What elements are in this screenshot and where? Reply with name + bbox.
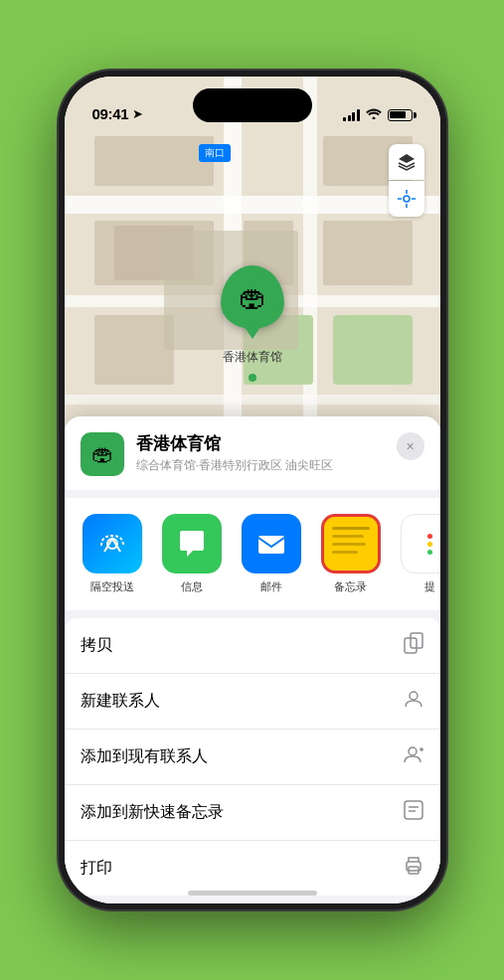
- venue-logo-emoji: 🏟: [91, 441, 113, 467]
- phone-screen: 09:41 ➤: [65, 77, 440, 903]
- action-print[interactable]: 打印: [65, 841, 440, 896]
- airdrop-icon: [83, 514, 142, 573]
- airdrop-label: 隔空投送: [90, 579, 134, 594]
- action-new-contact[interactable]: 新建联系人: [65, 674, 440, 730]
- pin-icon: 🏟: [221, 265, 284, 329]
- status-icons: [343, 107, 413, 122]
- mail-label: 邮件: [260, 579, 282, 594]
- print-icon: [403, 855, 424, 882]
- action-add-contact[interactable]: 添加到现有联系人: [65, 730, 440, 785]
- action-copy-label: 拷贝: [81, 635, 112, 656]
- svg-rect-5: [65, 395, 440, 405]
- svg-point-25: [410, 692, 418, 700]
- status-time: 09:41: [92, 105, 129, 122]
- more-dots-icon: [419, 534, 440, 555]
- svg-point-26: [409, 747, 417, 755]
- action-quick-notes-label: 添加到新快速备忘录: [81, 802, 224, 823]
- location-arrow-icon: ➤: [132, 106, 143, 121]
- wifi-icon: [366, 107, 382, 122]
- action-print-label: 打印: [81, 858, 112, 879]
- dynamic-island: [193, 88, 312, 122]
- phone-frame: 09:41 ➤: [59, 71, 446, 909]
- svg-rect-1: [65, 196, 440, 214]
- action-list: 拷贝 新建联系人: [65, 618, 440, 896]
- close-button[interactable]: ×: [397, 432, 424, 460]
- svg-point-16: [404, 196, 410, 202]
- map-controls: [389, 144, 424, 217]
- svg-rect-14: [333, 315, 413, 385]
- share-item-notes[interactable]: 备忘录: [315, 514, 387, 594]
- message-label: 信息: [181, 579, 203, 594]
- venue-logo: 🏟: [81, 432, 124, 476]
- svg-rect-11: [94, 136, 214, 186]
- share-row: 隔空投送 信息: [65, 498, 440, 610]
- notes-label: 备忘录: [334, 579, 367, 594]
- action-copy[interactable]: 拷贝: [65, 618, 440, 674]
- share-item-message[interactable]: 信息: [156, 514, 228, 594]
- map-south-gate-label: 南口: [199, 144, 231, 162]
- action-quick-notes[interactable]: 添加到新快速备忘录: [65, 785, 440, 841]
- more-icon: [401, 514, 440, 573]
- action-add-contact-label: 添加到现有联系人: [81, 746, 208, 767]
- stadium-emoji: 🏟: [239, 281, 266, 314]
- svg-rect-29: [405, 801, 422, 819]
- more-label: 提: [424, 579, 435, 594]
- new-contact-icon: [403, 688, 424, 715]
- location-pin: 🏟 香港体育馆: [221, 265, 284, 366]
- svg-rect-22: [258, 536, 284, 554]
- home-indicator: [188, 891, 317, 896]
- signal-bars-icon: [343, 109, 360, 121]
- venue-header: 🏟 香港体育馆 综合体育馆·香港特别行政区 油尖旺区 ×: [65, 416, 440, 490]
- battery-icon: [388, 109, 413, 121]
- add-contact-icon: [403, 743, 424, 770]
- message-icon: [162, 514, 222, 573]
- map-location-button[interactable]: [389, 181, 424, 217]
- quick-notes-icon: [403, 799, 424, 826]
- venue-subtitle: 综合体育馆·香港特别行政区 油尖旺区: [136, 457, 385, 474]
- share-item-more[interactable]: 提: [395, 514, 440, 594]
- mail-icon: [242, 514, 301, 573]
- map-layers-button[interactable]: [389, 144, 424, 180]
- venue-name: 香港体育馆: [136, 432, 385, 455]
- action-new-contact-label: 新建联系人: [81, 691, 160, 712]
- pin-dot: [249, 374, 256, 382]
- venue-info: 香港体育馆 综合体育馆·香港特别行政区 油尖旺区: [136, 432, 385, 474]
- svg-rect-9: [94, 315, 174, 385]
- share-item-airdrop[interactable]: 隔空投送: [77, 514, 148, 594]
- copy-icon: [403, 632, 424, 659]
- notes-icon: [321, 514, 381, 573]
- pin-label: 香港体育馆: [223, 349, 282, 366]
- bottom-sheet: 🏟 香港体育馆 综合体育馆·香港特别行政区 油尖旺区 ×: [65, 416, 440, 903]
- share-item-mail[interactable]: 邮件: [236, 514, 307, 594]
- svg-rect-8: [323, 221, 413, 285]
